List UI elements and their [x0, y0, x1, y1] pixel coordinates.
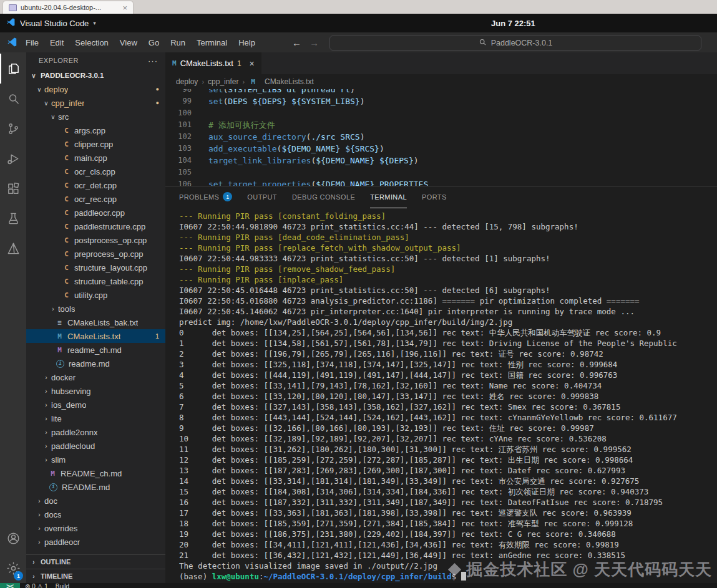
tree-item-label: docker	[51, 373, 76, 382]
nav-back-icon[interactable]: ←	[292, 32, 301, 52]
vscode-logo-icon	[7, 37, 17, 50]
more-actions-icon[interactable]: ···	[148, 56, 158, 65]
timeline-label: TIMELINE	[41, 572, 72, 580]
menu-item-go[interactable]: Go	[143, 36, 165, 50]
menu-item-selection[interactable]: Selection	[69, 36, 114, 50]
tree-file-utility-cpp[interactable]: Cutility.cpp	[26, 288, 165, 302]
menu-item-run[interactable]: Run	[165, 36, 191, 50]
panel-tab-ports[interactable]: PORTS	[422, 186, 447, 208]
breadcrumb-item-cmakelists-txt[interactable]: CMakeLists.txt	[265, 77, 314, 86]
tree-folder-ppocr[interactable]: ›ppocr	[26, 549, 165, 554]
status-item-build[interactable]: Build	[56, 583, 69, 588]
menu-item-file[interactable]: File	[20, 36, 44, 50]
tree-item-label: CMakeLists_bak.txt	[67, 318, 138, 327]
tree-folder-cpp-infer[interactable]: ∨cpp_infer●	[26, 96, 165, 110]
tree-file-readme-md[interactable]: iREADME.md	[26, 480, 165, 494]
terminal[interactable]: --- Running PIR pass [constant_folding_p…	[165, 208, 717, 583]
tree-file-readme-ch-md[interactable]: MREADME_ch.md	[26, 466, 165, 480]
tree-file-preprocess-op-cpp[interactable]: Cpreprocess_op.cpp	[26, 247, 165, 261]
run-and-debug-icon[interactable]	[0, 143, 26, 173]
terminal-line: 17 det boxes: [[33,363],[181,363],[181,3…	[179, 508, 717, 518]
tree-folder-paddleocr[interactable]: ›paddleocr	[26, 535, 165, 549]
vm-tab-title: ubuntu-20.04.6-desktop-...	[21, 4, 101, 11]
panel-tab-debug-console[interactable]: DEBUG CONSOLE	[292, 186, 355, 208]
tree-folder-paddlecloud[interactable]: ›paddlecloud	[26, 439, 165, 453]
code-token: )	[379, 143, 384, 155]
tree-file-paddleocr-cpp[interactable]: Cpaddleocr.cpp	[26, 206, 165, 219]
tree-file-structure-table-cpp[interactable]: Cstructure_table.cpp	[26, 274, 165, 288]
tree-folder-src[interactable]: ∨src	[26, 110, 165, 123]
status-item-0-1[interactable]: ⊗ 0 ⚠ 1	[25, 583, 48, 588]
remote-indicator[interactable]: ><	[0, 583, 20, 588]
tree-folder-doc[interactable]: ›doc	[26, 494, 165, 508]
terminal-text: 14 det boxes: [[33,314],[181,314],[181,3…	[179, 476, 639, 486]
status-items: ⊗ 0 ⚠ 1Build	[20, 583, 69, 588]
terminal-line: I0607 22:50:45.016880 46723 analysis_pre…	[179, 296, 717, 306]
terminal-text: 9 det boxes: [[32,166],[80,166],[80,193]…	[179, 423, 594, 433]
tree-folder-paddle2onnx[interactable]: ›paddle2onnx	[26, 425, 165, 439]
tree-file-args-cpp[interactable]: Cargs.cpp	[26, 123, 165, 137]
tree-folder-overrides[interactable]: ›overrides	[26, 521, 165, 535]
extensions-icon[interactable]	[0, 173, 26, 203]
menu-item-view[interactable]: View	[114, 36, 143, 50]
workspace-root-folder[interactable]: ∨ PADDLEOCR-3.0.1	[26, 69, 165, 82]
code-token: PROPERTIES	[374, 178, 428, 186]
editor-area: M CMakeLists.txt 1 × deploy›cpp_infer›MC…	[165, 52, 717, 583]
settings-icon[interactable]: 1	[0, 553, 26, 583]
cmake-tools-icon[interactable]	[0, 233, 26, 263]
system-app-menu[interactable]: Visual Studio Code ▾	[6, 14, 96, 32]
tree-file-ocr-det-cpp[interactable]: Cocr_det.cpp	[26, 178, 165, 192]
tree-folder-ios-demo[interactable]: ›ios_demo	[26, 398, 165, 412]
search-box[interactable]: PaddleOCR-3.0.1	[329, 36, 701, 51]
tree-file-cmakelists-bak-txt[interactable]: ≡CMakeLists_bak.txt	[26, 316, 165, 329]
tree-file-postprocess-op-cpp[interactable]: Cpostprocess_op.cpp	[26, 233, 165, 247]
menu-item-help[interactable]: Help	[233, 36, 261, 50]
terminal-text: --- Running PIR pass [replace_fetch_with…	[179, 243, 461, 253]
tree-file-ocr-cls-cpp[interactable]: Cocr_cls.cpp	[26, 165, 165, 178]
search-icon[interactable]	[0, 84, 26, 113]
tree-file-paddlestructure-cpp[interactable]: Cpaddlestructure.cpp	[26, 219, 165, 233]
tree-folder-deploy[interactable]: ∨deploy●	[26, 82, 165, 96]
timeline-section[interactable]: › TIMELINE	[26, 569, 165, 583]
system-top-bar: Visual Studio Code ▾ Jun 7 22:51	[0, 14, 717, 32]
system-clock[interactable]: Jun 7 22:51	[491, 14, 535, 32]
tree-item-label: hubserving	[51, 387, 91, 396]
tree-file-ocr-rec-cpp[interactable]: Cocr_rec.cpp	[26, 192, 165, 206]
tree-folder-docs[interactable]: ›docs	[26, 508, 165, 521]
vm-tab-close-icon[interactable]: ×	[122, 3, 127, 12]
code-token: SYSTEM_LIBS dl pthread rt	[228, 89, 350, 95]
outline-section[interactable]: › OUTLINE	[26, 554, 165, 569]
tree-folder-tools[interactable]: ›tools	[26, 302, 165, 316]
tree-file-cmakelists-txt[interactable]: MCMakeLists.txt1	[26, 329, 165, 343]
nav-forward-icon[interactable]: →	[310, 32, 319, 52]
tree-file-clipper-cpp[interactable]: Cclipper.cpp	[26, 137, 165, 151]
tab-close-icon[interactable]: ×	[250, 59, 255, 69]
tree-folder-slim[interactable]: ›slim	[26, 453, 165, 466]
tree-folder-lite[interactable]: ›lite	[26, 412, 165, 425]
menu-item-edit[interactable]: Edit	[44, 36, 69, 50]
account-icon[interactable]	[0, 523, 26, 553]
breadcrumb-item-deploy[interactable]: deploy	[176, 77, 198, 86]
explorer-sidebar: EXPLORER ··· ∨ PADDLEOCR-3.0.1 ∨deploy●∨…	[26, 52, 165, 583]
panel-tab-terminal[interactable]: TERMINAL	[370, 186, 407, 208]
explorer-icon[interactable]	[0, 54, 26, 84]
info-file-icon: i	[56, 360, 64, 368]
chevron-right-icon: ›	[41, 402, 51, 408]
code-editor[interactable]: 98set(SYSTEM_LIBS dl pthread rt)99set(DE…	[165, 89, 717, 186]
testing-icon[interactable]	[0, 203, 26, 233]
panel-tab-problems[interactable]: PROBLEMS1	[179, 186, 232, 208]
tab-cmakelists[interactable]: M CMakeLists.txt 1 ×	[165, 52, 261, 74]
tree-file-readme-md[interactable]: ireadme.md	[26, 357, 165, 370]
tree-folder-docker[interactable]: ›docker	[26, 370, 165, 384]
source-control-icon[interactable]	[0, 113, 26, 143]
menu-item-terminal[interactable]: Terminal	[191, 36, 233, 50]
breadcrumb-item-cpp-infer[interactable]: cpp_infer	[208, 77, 238, 86]
line-number: 106	[165, 178, 192, 186]
tree-file-readme-ch-md[interactable]: Mreadme_ch.md	[26, 343, 165, 357]
terminal-cursor	[461, 572, 466, 581]
vm-window-tab[interactable]: ubuntu-20.04.6-desktop-... ×	[2, 1, 134, 14]
panel-tab-output[interactable]: OUTPUT	[247, 186, 277, 208]
tree-folder-hubserving[interactable]: ›hubserving	[26, 384, 165, 398]
tree-file-structure-layout-cpp[interactable]: Cstructure_layout.cpp	[26, 261, 165, 274]
tree-file-main-cpp[interactable]: Cmain.cpp	[26, 151, 165, 165]
